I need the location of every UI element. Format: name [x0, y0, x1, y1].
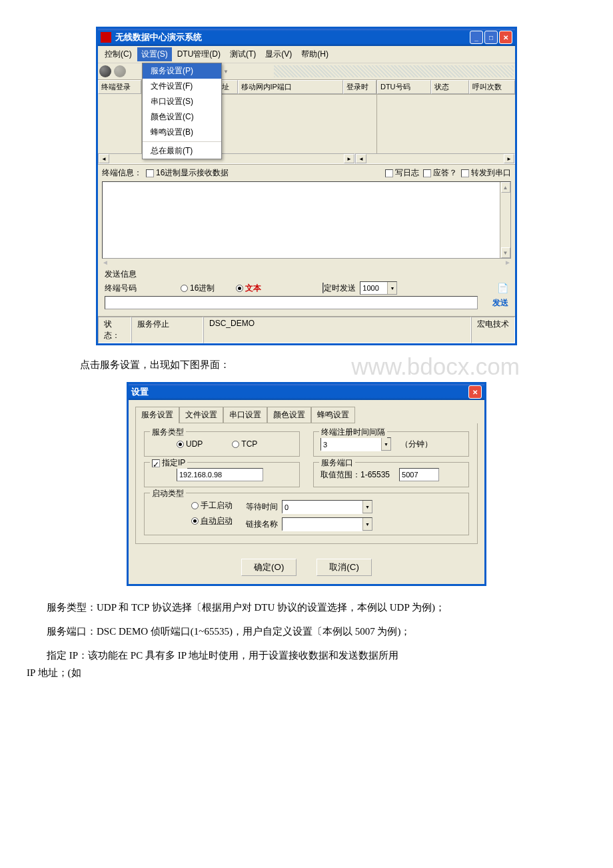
wait-time-input[interactable]: [283, 501, 362, 514]
reg-interval-combo[interactable]: ▼: [320, 437, 391, 451]
send-icon: 📄: [497, 283, 508, 293]
close-icon[interactable]: ✕: [468, 385, 482, 399]
hscroll-left[interactable]: ◄ ►: [98, 153, 355, 164]
toolbar-pattern: [274, 65, 514, 77]
service-port-legend: 服务端口: [319, 457, 355, 469]
port-input[interactable]: [399, 468, 439, 481]
tab-buzzer[interactable]: 蜂鸣设置: [311, 407, 355, 423]
wait-time-combo[interactable]: ▼: [282, 500, 372, 513]
caption-1: 点击服务设置，出现如下图界面：: [80, 359, 586, 371]
record-icon[interactable]: [99, 65, 111, 77]
titlebar[interactable]: 设置 ✕: [129, 384, 484, 400]
minimize-icon[interactable]: _: [470, 31, 483, 44]
cancel-button[interactable]: 取消(C): [316, 559, 372, 576]
ip-input[interactable]: [177, 468, 263, 481]
scroll-up-icon[interactable]: ▲: [501, 182, 510, 193]
udp-radio[interactable]: UDP: [177, 439, 203, 449]
col-call-count[interactable]: 呼叫次数: [469, 80, 515, 94]
menu-service-settings[interactable]: 服务设置(P): [143, 63, 221, 79]
show-hex-checkbox[interactable]: 16进制显示接收数据: [146, 167, 229, 179]
vertical-scrollbar[interactable]: ▲ ▼: [500, 182, 510, 258]
tabs: 服务设置 文件设置 串口设置 颜色设置 蜂鸣设置: [129, 400, 484, 423]
respond-checkbox[interactable]: 应答？: [423, 167, 457, 179]
dropdown-zone: 服务设置(P) 文件设置(F) 串口设置(S) 颜色设置(C) 蜂鸣设置(B) …: [142, 80, 211, 153]
left-panel: 终端登录: [98, 80, 142, 153]
ok-button[interactable]: 确定(O): [241, 559, 297, 576]
interval-input[interactable]: [360, 282, 387, 294]
scroll-right-icon[interactable]: ►: [504, 154, 514, 163]
reg-interval-unit: （分钟）: [400, 439, 432, 450]
maximize-icon[interactable]: □: [484, 31, 498, 44]
chevron-down-icon[interactable]: ▼: [362, 518, 372, 530]
tab-service[interactable]: 服务设置: [135, 407, 179, 423]
menu-help[interactable]: 帮助(H): [297, 47, 332, 61]
send-button-label[interactable]: 发送: [492, 297, 508, 309]
table-headers-left: 地址 移动网内IP端口 登录时: [211, 80, 376, 95]
scroll-left-icon[interactable]: ◄: [356, 154, 366, 163]
scroll-right-icon[interactable]: ►: [344, 154, 354, 163]
menu-dtu-manage[interactable]: DTU管理(D): [173, 47, 225, 61]
write-log-checkbox[interactable]: 写日志: [385, 167, 419, 179]
chevron-down-icon[interactable]: ▼: [381, 438, 390, 450]
right-panel: 地址 移动网内IP端口 登录时: [211, 80, 376, 153]
chevron-down-icon[interactable]: ▼: [387, 282, 396, 294]
window-buttons: _ □ ✕: [470, 31, 512, 44]
col-dtu-code[interactable]: DTU号码: [377, 80, 431, 94]
tab-color[interactable]: 颜色设置: [267, 407, 311, 423]
body-para-3b: IP 地址；(如: [27, 665, 586, 681]
terminal-info-label: 终端信息：: [102, 167, 142, 179]
titlebar[interactable]: 无线数据中心演示系统 _ □ ✕: [98, 29, 515, 46]
col-login-time[interactable]: 登录时: [343, 80, 376, 94]
left-column-header[interactable]: 终端登录: [98, 80, 141, 94]
scroll-left-icon[interactable]: ◄: [99, 154, 109, 163]
menu-separator: [143, 141, 221, 142]
manual-start-radio[interactable]: 手工启动: [191, 500, 233, 511]
chevron-down-icon[interactable]: ▼: [223, 69, 229, 75]
start-type-legend: 启动类型: [150, 488, 186, 499]
stop-icon[interactable]: [114, 65, 126, 77]
menu-display[interactable]: 显示(V): [261, 47, 296, 61]
menu-buzzer-settings[interactable]: 蜂鸣设置(B): [143, 125, 221, 140]
specify-ip-checkbox[interactable]: ✓指定IP: [152, 457, 185, 469]
col-status[interactable]: 状态: [431, 80, 469, 94]
scroll-down-icon[interactable]: ▼: [501, 247, 510, 258]
auto-start-radio[interactable]: 自动启动: [191, 515, 233, 527]
tab-serial[interactable]: 串口设置: [223, 407, 267, 423]
tcp-radio[interactable]: TCP: [232, 439, 257, 449]
close-icon[interactable]: ✕: [499, 31, 512, 44]
status-label: 状态：: [98, 317, 131, 343]
link-name-input[interactable]: [283, 518, 362, 531]
send-text-input[interactable]: [105, 296, 478, 309]
specify-ip-legend: ✓指定IP: [150, 457, 187, 469]
menu-file-settings[interactable]: 文件设置(F): [143, 79, 221, 94]
main-window: 无线数据中心演示系统 _ □ ✕ 控制(C) 设置(S) DTU管理(D) 测试…: [96, 27, 517, 345]
send-button[interactable]: 📄: [497, 283, 508, 293]
timed-send-checkbox[interactable]: 定时发送: [322, 283, 356, 294]
menu-always-front[interactable]: 总在最前(T): [143, 143, 221, 159]
wait-time-label: 等待时间: [246, 501, 278, 513]
scroll-left-icon[interactable]: ◄: [102, 259, 109, 266]
terminal-info-textarea[interactable]: ▲ ▼: [102, 181, 511, 259]
chevron-down-icon[interactable]: ▼: [362, 501, 372, 513]
tab-file[interactable]: 文件设置: [179, 407, 223, 423]
demo-label: DSC_DEMO: [203, 317, 471, 343]
reg-interval-fieldset: 终端注册时间间隔 ▼ （分钟）: [313, 431, 469, 457]
menu-color-settings[interactable]: 颜色设置(C): [143, 109, 221, 125]
scroll-right-icon[interactable]: ►: [504, 259, 511, 266]
reg-interval-input[interactable]: [321, 438, 381, 451]
hscroll-right[interactable]: ◄ ►: [355, 153, 515, 164]
terminal-code-label: 终端号码: [105, 283, 137, 294]
text-radio[interactable]: 文本: [236, 283, 261, 294]
menu-test[interactable]: 测试(T): [226, 47, 260, 61]
menu-settings[interactable]: 设置(S): [137, 47, 172, 61]
hex-radio[interactable]: 16进制: [181, 283, 215, 294]
interval-combo[interactable]: ▼: [360, 281, 397, 295]
menu-control[interactable]: 控制(C): [101, 47, 136, 61]
link-name-combo[interactable]: ▼: [282, 517, 372, 531]
col-mobile-ip[interactable]: 移动网内IP端口: [238, 80, 343, 94]
statusbar: 状态： 服务停止 DSC_DEMO 宏电技术: [98, 316, 515, 343]
forward-serial-checkbox[interactable]: 转发到串口: [461, 167, 511, 179]
menu-serial-settings[interactable]: 串口设置(S): [143, 94, 221, 109]
info-checkbox-row: 终端信息： 16进制显示接收数据 写日志 应答？ 转发到串口: [98, 164, 515, 181]
port-range-label: 取值范围：1-65535: [320, 469, 390, 481]
